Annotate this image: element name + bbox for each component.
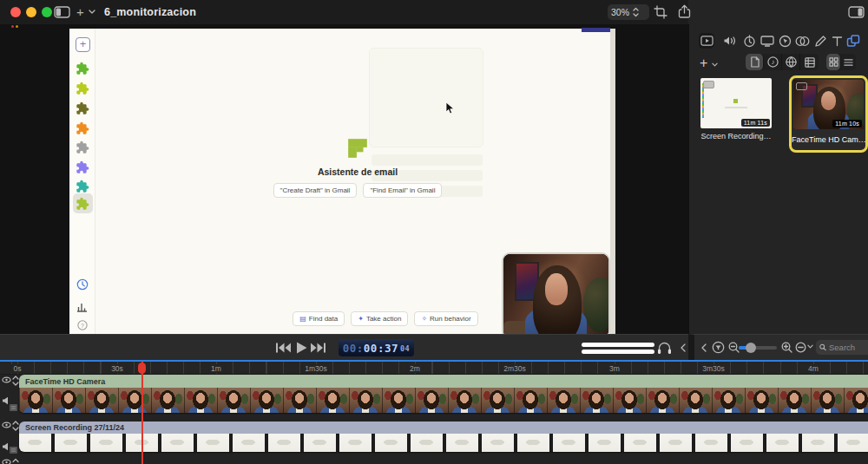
recorded-traffic-light-red bbox=[11, 25, 14, 28]
canvas-zoom-value: 30% bbox=[611, 7, 629, 17]
track3-visibility-eye-icon[interactable] bbox=[2, 459, 11, 464]
assistant-title: Asistente de email bbox=[275, 167, 440, 177]
track3-reorder-chevron[interactable] bbox=[12, 458, 19, 463]
grid-view-icon[interactable] bbox=[826, 54, 841, 70]
track2-reorder-chevrons[interactable] bbox=[12, 420, 19, 432]
transport-bar: 00:00:3704 bbox=[0, 334, 688, 360]
filter-icon[interactable] bbox=[712, 341, 725, 354]
playhead-line[interactable] bbox=[141, 362, 143, 464]
source-web-icon[interactable] bbox=[782, 54, 800, 70]
thumbnail-zoom-slider[interactable] bbox=[739, 346, 777, 350]
recorded-scrollbar bbox=[610, 29, 615, 334]
person-face bbox=[545, 273, 567, 304]
puzzle-app-icon-lime bbox=[76, 82, 89, 95]
media-thumbnail[interactable]: 11m 10s bbox=[793, 80, 864, 129]
playhead-handle[interactable] bbox=[138, 363, 146, 374]
plant bbox=[583, 278, 608, 332]
clip-facetime-hd-camera[interactable]: FaceTime HD Camera bbox=[19, 375, 868, 413]
search-input[interactable] bbox=[829, 343, 868, 352]
minimize-window-button[interactable] bbox=[26, 7, 36, 17]
puzzle-app-icon-selected bbox=[76, 197, 89, 211]
collapse-panel-chevron-icon[interactable] bbox=[701, 343, 707, 352]
timecode-hours: 00: bbox=[343, 342, 364, 355]
add-media-chevron-icon[interactable] bbox=[89, 10, 95, 14]
title-bar: + 6_monitorizacion 30% bbox=[0, 0, 868, 24]
source-documents-icon[interactable] bbox=[746, 54, 764, 70]
recorded-ghost-panel bbox=[369, 48, 483, 147]
share-icon[interactable] bbox=[678, 4, 691, 19]
facetime-camera-clip[interactable] bbox=[502, 252, 610, 334]
options-chevron-icon[interactable] bbox=[807, 344, 813, 349]
screenflow-window: + 6_monitorizacion 30% + bbox=[0, 0, 868, 464]
clip-header[interactable]: Screen Recording 27/11/24 bbox=[19, 422, 868, 434]
skip-forward-button[interactable] bbox=[311, 343, 326, 353]
run-behavior-button: ✧Run behavior bbox=[414, 311, 477, 326]
tab-media-library-icon[interactable] bbox=[845, 33, 861, 49]
search-field[interactable] bbox=[816, 340, 868, 355]
clip-header[interactable]: FaceTime HD Camera bbox=[19, 375, 868, 388]
library-source-segmented: ♪ bbox=[746, 54, 819, 70]
recorded-assistant-block: Asistente de email "Create Draft" in Gma… bbox=[275, 137, 440, 198]
media-item-facetime-selected[interactable]: 11m 10s FaceTime HD Cam… bbox=[789, 75, 868, 153]
ruler-label: 1m bbox=[208, 364, 224, 373]
tab-annotations-icon[interactable] bbox=[812, 33, 828, 49]
recorded-compass-icon bbox=[76, 278, 89, 291]
take-action-button: ✦Take action bbox=[351, 311, 408, 326]
spark-icon: ✦ bbox=[358, 315, 364, 323]
skip-back-button[interactable] bbox=[276, 343, 291, 353]
recorded-chart-icon bbox=[77, 302, 88, 312]
tab-text-icon[interactable] bbox=[829, 33, 845, 49]
ruler-label: 30s bbox=[108, 364, 126, 373]
list-view-icon[interactable] bbox=[841, 54, 856, 70]
puzzle-app-icon-purple bbox=[76, 160, 89, 174]
clip-options-icon[interactable] bbox=[795, 342, 806, 353]
play-button[interactable] bbox=[296, 342, 307, 354]
recorded-help-icon: ? bbox=[77, 320, 88, 330]
timeline-ruler[interactable]: 0s 30s 1m 1m30s 2m 2m30s 3m 3m30s 4m bbox=[0, 362, 868, 375]
zoom-window-button[interactable] bbox=[42, 7, 52, 17]
stepper-chevrons-icon[interactable] bbox=[633, 7, 639, 17]
track1-height-handle[interactable] bbox=[10, 404, 17, 411]
media-thumbnail[interactable]: 11m 11s bbox=[700, 78, 772, 128]
tab-screen-icon[interactable] bbox=[760, 33, 775, 49]
sidebar-toggle-icon[interactable] bbox=[54, 6, 70, 18]
mini-sidebar bbox=[702, 83, 704, 118]
track1-reorder-chevrons[interactable] bbox=[12, 375, 19, 387]
view-mode-segmented bbox=[826, 54, 856, 70]
tab-video-icon[interactable] bbox=[699, 33, 714, 49]
sparkle-icon: ✧ bbox=[421, 315, 427, 323]
track2-audio-speaker-icon[interactable] bbox=[2, 442, 10, 451]
canvas-stage[interactable]: + ? bbox=[0, 24, 688, 334]
zoom-in-icon[interactable] bbox=[781, 342, 792, 353]
recorded-footer-actions: ▤Find data ✦Take action ✧Run behavior bbox=[273, 311, 498, 326]
timecode-main: 00:37 bbox=[364, 342, 398, 355]
clip-screen-recording[interactable]: Screen Recording 27/11/24 bbox=[19, 422, 868, 452]
tab-audio-icon[interactable] bbox=[722, 33, 738, 49]
track1-visibility-eye-icon[interactable] bbox=[2, 376, 11, 383]
track2-visibility-eye-icon[interactable] bbox=[2, 422, 11, 428]
assistant-logo-icon bbox=[346, 137, 369, 160]
webcam-scene bbox=[503, 254, 608, 334]
clip-name: FaceTime HD Camera bbox=[25, 377, 105, 386]
add-library-chevron-icon[interactable] bbox=[712, 62, 718, 67]
source-stock-icon[interactable] bbox=[800, 54, 819, 70]
source-music-icon[interactable]: ♪ bbox=[764, 54, 782, 70]
canvas-zoom-stepper[interactable]: 30% bbox=[608, 4, 649, 20]
add-media-button[interactable]: + bbox=[76, 4, 84, 19]
ruler-label: 4m bbox=[806, 364, 821, 373]
tab-shapes-icon[interactable] bbox=[794, 33, 810, 49]
media-label: Screen Recording… bbox=[693, 132, 779, 141]
tab-motion-icon[interactable] bbox=[741, 33, 757, 49]
right-panel-toggle-icon[interactable] bbox=[848, 6, 865, 18]
crop-icon[interactable] bbox=[654, 5, 667, 19]
slider-knob[interactable] bbox=[746, 343, 756, 353]
close-window-button[interactable] bbox=[10, 7, 21, 17]
puzzle-app-icon-olive bbox=[76, 101, 89, 115]
track2-height-handle[interactable] bbox=[10, 447, 17, 454]
headphones-icon[interactable] bbox=[657, 341, 672, 355]
ruler-label: 1m30s bbox=[302, 364, 330, 373]
tab-callout-icon[interactable] bbox=[777, 33, 792, 49]
track1-audio-speaker-icon[interactable] bbox=[2, 396, 10, 405]
add-library-media-button[interactable]: + bbox=[700, 56, 707, 71]
collapse-left-chevron-icon[interactable] bbox=[681, 343, 686, 352]
